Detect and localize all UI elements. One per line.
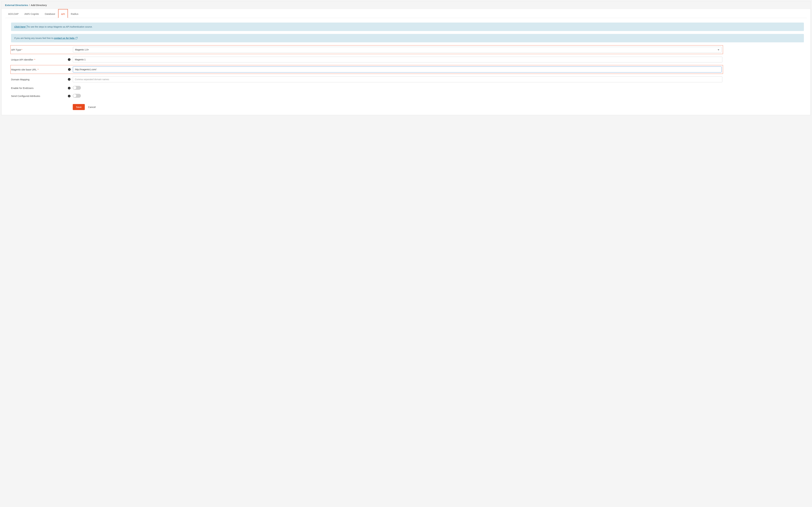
domain-mapping-label: Domain Mapping xyxy=(11,78,30,81)
enable-endusers-row: Enable for EndUsers i xyxy=(11,85,722,91)
breadcrumb-parent-link[interactable]: External Directories xyxy=(5,4,28,6)
contact-help-link[interactable]: contact us for help. xyxy=(54,37,77,40)
tab-ad-ldap[interactable]: AD/LDAP xyxy=(5,9,21,18)
identifier-label: Unique API Identifier * xyxy=(11,58,35,61)
cancel-button[interactable]: Cancel xyxy=(88,106,96,108)
info-icon[interactable]: i xyxy=(68,68,71,71)
save-button[interactable]: Save xyxy=(73,104,85,110)
base-url-input[interactable] xyxy=(73,66,721,72)
directory-type-tabs: AD/LDAP AWS Cognito Database API Radius xyxy=(5,9,807,18)
domain-mapping-input[interactable] xyxy=(73,76,722,82)
contact-help-alert: If you are facing any issues feel free t… xyxy=(11,34,804,42)
external-link-icon xyxy=(26,26,28,28)
contact-help-pre: If you are facing any issues feel free t… xyxy=(14,37,54,40)
setup-steps-alert: Click here to see the steps to setup Mag… xyxy=(11,22,804,31)
api-type-select[interactable]: Magento 1.0+ xyxy=(73,47,721,53)
send-attrs-row: Send Configured Attributes i xyxy=(11,93,722,99)
api-type-row: API Type* Magento 1.0+ xyxy=(10,45,723,54)
api-type-label: API Type* xyxy=(11,48,22,51)
base-url-row: Magento site base URL * i xyxy=(10,65,723,74)
info-icon[interactable]: i xyxy=(68,95,70,97)
send-attrs-label: Send Configured Attributes xyxy=(11,95,40,97)
identifier-row: Unique API Identifier * i xyxy=(11,56,722,63)
tab-api[interactable]: API xyxy=(58,9,68,18)
setup-steps-link[interactable]: Click here xyxy=(14,25,28,28)
domain-mapping-row: Domain Mapping i xyxy=(11,75,722,83)
base-url-label: Magento site base URL * xyxy=(11,68,39,71)
breadcrumb-separator: / xyxy=(29,4,30,6)
tab-radius[interactable]: Radius xyxy=(68,9,81,18)
send-attrs-toggle[interactable] xyxy=(73,94,81,98)
tab-aws-cognito[interactable]: AWS Cognito xyxy=(21,9,42,18)
external-link-icon xyxy=(75,37,77,39)
info-icon[interactable]: i xyxy=(68,58,70,61)
breadcrumb: External Directories / Add Directory xyxy=(5,4,807,6)
enable-endusers-label: Enable for EndUsers xyxy=(11,87,34,90)
setup-steps-text: to see the steps to setup Magento as API… xyxy=(28,25,93,28)
enable-endusers-toggle[interactable] xyxy=(73,86,81,90)
identifier-input[interactable] xyxy=(73,57,722,62)
tab-database[interactable]: Database xyxy=(42,9,58,18)
breadcrumb-current: Add Directory xyxy=(31,4,47,6)
info-icon[interactable]: i xyxy=(68,87,70,90)
info-icon[interactable]: i xyxy=(68,78,70,81)
api-directory-form: API Type* Magento 1.0+ Unique API Identi… xyxy=(5,45,807,99)
